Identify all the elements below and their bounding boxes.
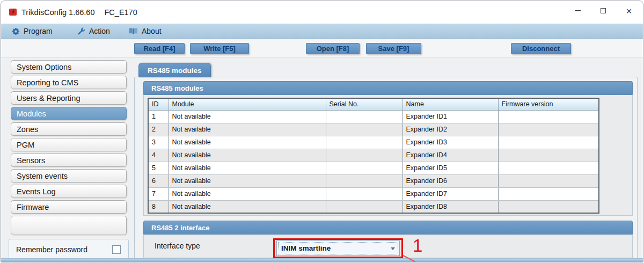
table-cell[interactable]: Not available (169, 136, 326, 149)
close-icon: × (626, 6, 632, 16)
table-cell[interactable]: Not available (169, 149, 326, 162)
table-cell[interactable] (498, 174, 599, 187)
table-cell[interactable] (326, 110, 402, 123)
table-cell[interactable] (498, 162, 599, 174)
remember-password-label: Remember password (16, 245, 87, 254)
table-cell[interactable] (498, 123, 599, 136)
table-cell[interactable] (326, 123, 402, 136)
open-button[interactable]: Open [F8] (306, 43, 360, 54)
sidebar-item-pgm[interactable]: PGM (11, 138, 127, 151)
rs485-modules-group: RS485 modules IDModuleSerial No.NameFirm… (143, 81, 633, 216)
wrench-icon (77, 27, 85, 35)
table-cell[interactable]: 5 (148, 162, 169, 174)
table-cell[interactable]: Expander ID2 (402, 123, 498, 136)
modules-table-head-row: IDModuleSerial No.NameFirmware version (148, 98, 599, 110)
table-cell[interactable]: Expander ID4 (402, 149, 498, 162)
table-cell[interactable]: 1 (148, 110, 169, 123)
sidebar-nav: System OptionsReporting to CMSUsers & Re… (11, 60, 127, 237)
sidebar-item-modules[interactable]: Modules (11, 107, 127, 120)
table-cell[interactable]: Not available (169, 200, 326, 213)
main-panel: RS485 modules IDModuleSerial No.NameFirm… (134, 77, 638, 259)
table-cell[interactable]: 4 (148, 149, 169, 162)
sidebar-item-events-log[interactable]: Events Log (11, 185, 127, 198)
app-window: TrikdisConfig 1.66.60FC_E170 × Program A… (1, 1, 643, 262)
table-cell[interactable] (326, 162, 402, 174)
menu-program-label: Program (24, 27, 53, 35)
sidebar-item-zones[interactable]: Zones (11, 122, 127, 136)
toolbar: Read [F4] Write [F5] Open [F8] Save [F9]… (1, 39, 643, 58)
sidebar-item-system-options[interactable]: System Options (11, 60, 127, 74)
maximize-icon (601, 8, 606, 13)
disconnect-button[interactable]: Disconnect (511, 43, 571, 54)
table-cell[interactable] (498, 110, 599, 123)
table-cell[interactable]: Not available (169, 187, 326, 200)
read-button[interactable]: Read [F4] (134, 43, 185, 54)
minimize-button[interactable] (565, 1, 590, 20)
rs485-modules-group-body: IDModuleSerial No.NameFirmware version 1… (143, 95, 633, 216)
column-header: Firmware version (498, 98, 599, 110)
table-cell[interactable] (326, 187, 402, 200)
sidebar-item-firmware[interactable]: Firmware (11, 200, 127, 214)
app-title: TrikdisConfig 1.66.60 (21, 8, 94, 17)
table-row: 8Not availableExpander ID8 (148, 200, 599, 213)
menu-program[interactable]: Program (9, 24, 56, 39)
table-cell[interactable]: Expander ID1 (402, 110, 498, 123)
table-cell[interactable]: Not available (169, 174, 326, 187)
table-cell[interactable] (326, 200, 402, 213)
close-button[interactable]: × (616, 1, 642, 20)
menu-bar: Program Action About (1, 24, 643, 39)
table-cell[interactable] (498, 136, 599, 149)
sidebar-item-reporting-to-cms[interactable]: Reporting to CMS (11, 76, 127, 89)
gear-icon (12, 27, 20, 35)
table-cell[interactable] (498, 187, 599, 200)
window-title: TrikdisConfig 1.66.60FC_E170 (21, 1, 137, 24)
table-cell[interactable]: Expander ID3 (402, 136, 498, 149)
table-cell[interactable]: 2 (148, 123, 169, 136)
table-cell[interactable] (498, 149, 599, 162)
menu-action[interactable]: Action (74, 24, 113, 39)
table-cell[interactable]: 3 (148, 136, 169, 149)
rs485-interface-group: RS485 2 interface Interface type INIM sm… (143, 221, 633, 258)
modules-table-body: 1Not availableExpander ID12Not available… (148, 110, 599, 213)
table-cell[interactable] (326, 174, 402, 187)
table-cell[interactable] (326, 136, 402, 149)
interface-type-dropdown[interactable]: INIM smartline (276, 240, 400, 256)
modules-table: IDModuleSerial No.NameFirmware version 1… (148, 98, 599, 214)
table-cell[interactable]: Not available (169, 162, 326, 174)
sidebar-item-sensors[interactable]: Sensors (11, 154, 127, 167)
table-cell[interactable]: Not available (169, 123, 326, 136)
sidebar-item-system-events[interactable]: System events (11, 169, 127, 182)
column-header: Name (402, 98, 498, 110)
maximize-button[interactable] (590, 1, 616, 20)
table-cell[interactable]: Expander ID5 (402, 162, 498, 174)
remember-password-row: Remember password (9, 239, 129, 260)
sidebar-item-users-reporting[interactable]: Users & Reporting (11, 91, 127, 105)
table-cell[interactable]: 6 (148, 174, 169, 187)
column-header: ID (148, 98, 169, 110)
table-cell[interactable]: Expander ID7 (402, 187, 498, 200)
table-row: 6Not availableExpander ID6 (148, 174, 599, 187)
column-header: Serial No. (326, 98, 402, 110)
interface-type-value: INIM smartline (281, 244, 331, 252)
tab-rs485-modules[interactable]: RS485 modules (138, 63, 211, 77)
write-button[interactable]: Write [F5] (190, 43, 249, 54)
table-cell[interactable] (498, 200, 599, 213)
rs485-interface-group-title: RS485 2 interface (143, 221, 633, 235)
save-button[interactable]: Save [F9] (366, 43, 421, 54)
table-cell[interactable]: Expander ID8 (402, 200, 498, 213)
table-cell[interactable]: Not available (169, 110, 326, 123)
table-cell[interactable]: 8 (148, 200, 169, 213)
interface-type-label: Interface type (155, 242, 200, 250)
table-row: 3Not availableExpander ID3 (148, 136, 599, 149)
sidebar-item-empty (11, 216, 127, 235)
table-row: 1Not availableExpander ID1 (148, 110, 599, 123)
table-cell[interactable] (326, 149, 402, 162)
menu-about-label: About (142, 27, 162, 35)
rs485-interface-group-body: Interface type INIM smartline 1 (143, 235, 633, 258)
window-bottom-border (1, 258, 643, 262)
remember-password-checkbox[interactable] (112, 245, 121, 254)
table-cell[interactable]: 7 (148, 187, 169, 200)
table-cell[interactable]: Expander ID6 (402, 174, 498, 187)
device-name: FC_E170 (104, 8, 137, 17)
menu-about[interactable]: About (126, 24, 165, 39)
